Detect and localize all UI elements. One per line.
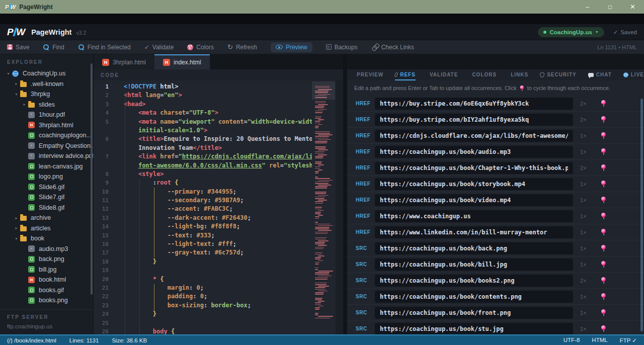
pin-icon[interactable] [601, 116, 606, 123]
tree-item[interactable]: ▾ book [0, 233, 93, 244]
code-editor[interactable]: 1 <!DOCTYPE html> 2 <html lang="en"> 3 <… [94, 80, 343, 334]
ref-url-input[interactable] [375, 146, 573, 158]
tree-item[interactable]: Slide6.gif [0, 182, 93, 193]
code-line[interactable]: 11 --secondary: #59B7A9; [94, 196, 343, 205]
tree-item[interactable]: books.png [0, 295, 93, 306]
ref-url-input[interactable] [375, 291, 573, 303]
code-line[interactable]: 10 --primary: #344955; [94, 188, 343, 196]
panel-tab[interactable]: SECURITY [540, 69, 577, 80]
pin-icon[interactable] [601, 309, 606, 316]
chevron-icon[interactable]: ▾ [13, 236, 20, 241]
pin-icon[interactable] [601, 164, 606, 171]
close-button[interactable]: ✕ [621, 0, 644, 14]
tree-item[interactable]: Empathy Question... [0, 141, 93, 151]
code-line[interactable]: 24 } [94, 310, 343, 318]
ref-url-input[interactable] [375, 210, 573, 222]
code-line[interactable]: 25 [94, 319, 343, 327]
chevron-icon[interactable]: ▾ [13, 92, 20, 97]
pin-icon[interactable] [601, 229, 606, 235]
toolbar-button[interactable]: Refresh [227, 44, 257, 51]
toolbar-button[interactable]: Preview [271, 42, 312, 52]
code-line[interactable]: 3 <head> [94, 100, 343, 109]
code-line[interactable]: 22 padding: 0; [94, 292, 343, 301]
minimap-viewport[interactable] [312, 81, 335, 100]
panel-tab[interactable]: PREVIEW [354, 69, 383, 80]
ref-url-input[interactable] [375, 258, 573, 271]
code-line[interactable]: 13 --dark-accent: #F26430; [94, 214, 343, 222]
status-language-mode[interactable]: HTML [592, 337, 607, 344]
status-encoding[interactable]: UTF-8 [564, 337, 580, 344]
chevron-icon[interactable]: ▸ [21, 102, 28, 107]
chevron-icon[interactable]: ▸ [13, 81, 20, 86]
panel-tab[interactable]: COLORS [469, 69, 497, 80]
ref-url-input[interactable] [375, 275, 573, 287]
tree-item[interactable]: ▸ slides [0, 100, 93, 110]
ref-url-input[interactable] [375, 226, 573, 238]
code-line[interactable]: font-awesome/6.0.0/css/all.min.css" rel=… [94, 161, 343, 170]
code-line[interactable]: Innovation Team</title> [94, 144, 343, 152]
code-line[interactable]: 14 --light-bg: #f8f8f8; [94, 222, 343, 231]
ref-url-input[interactable] [375, 323, 573, 335]
site-selector[interactable]: CoachingUp.us ▼ [538, 27, 604, 37]
editor-tab[interactable]: 3hrplan.html [94, 54, 154, 69]
tree-item[interactable]: 3hrplan.html [0, 120, 93, 131]
code-line[interactable]: 21 margin: 0; [94, 284, 343, 292]
tree-item[interactable]: Slide7.gif [0, 192, 93, 203]
panel-tab[interactable]: LINKS [508, 69, 528, 80]
pin-icon[interactable] [601, 197, 606, 203]
tree-item[interactable]: Slide8.gif [0, 203, 93, 213]
tree-item[interactable]: coachinguplogon... [0, 130, 93, 141]
tree-item[interactable]: logo.png [0, 171, 93, 182]
panel-tab[interactable]: LIVE [623, 69, 644, 80]
ref-url-input[interactable] [375, 114, 573, 126]
pin-icon[interactable] [601, 325, 606, 332]
toolbar-button[interactable]: Validate [144, 44, 174, 51]
pin-icon[interactable] [601, 293, 606, 300]
code-line[interactable]: 15 --text: #333; [94, 231, 343, 240]
toolbar-button[interactable]: Colors [187, 44, 214, 51]
code-line[interactable]: 4 <meta charset="UTF-8"> [94, 109, 343, 117]
tree-item[interactable]: ▸ articles [0, 223, 93, 234]
maximize-button[interactable]: □ [599, 0, 621, 14]
code-line[interactable]: 7 <link href="https://cdnjs.cloudflare.c… [94, 152, 343, 161]
toolbar-button[interactable]: Find [43, 44, 64, 51]
ftp-host[interactable]: ftp.coachingup.us [7, 323, 86, 329]
code-line[interactable]: 6 <title>Enquire to Inspire: 20 Question… [94, 135, 343, 143]
panel-tab[interactable]: VALIDATE [427, 69, 458, 80]
explorer-scrollbar[interactable] [91, 63, 93, 295]
pin-icon[interactable] [601, 181, 606, 187]
minimap[interactable] [312, 80, 335, 334]
toolbar-button[interactable]: Backups [326, 44, 358, 51]
ref-url-input[interactable] [375, 242, 573, 254]
pin-icon[interactable] [601, 277, 606, 284]
pin-icon[interactable] [601, 132, 606, 139]
code-line[interactable]: 23 box-sizing: border-box; [94, 301, 343, 310]
pin-icon[interactable] [601, 261, 606, 268]
editor-tab[interactable]: index.html [154, 54, 210, 69]
code-line[interactable]: 16 --light-text: #fff; [94, 240, 343, 248]
panel-tab[interactable]: REFS [395, 69, 416, 80]
pin-icon[interactable] [601, 245, 606, 251]
code-line[interactable]: 19 [94, 266, 343, 275]
code-line[interactable]: 18 } [94, 257, 343, 266]
code-line[interactable]: 17 --gray-text: #6c757d; [94, 248, 343, 257]
code-line[interactable]: 9 :root { [94, 179, 343, 187]
toolbar-button[interactable]: Check Links [371, 44, 414, 51]
tree-item[interactable]: back.png [0, 254, 93, 265]
code-line[interactable]: 5 <meta name="viewport" content="width=d… [94, 118, 343, 126]
chevron-icon[interactable]: ▸ [13, 216, 20, 220]
status-file-path[interactable]: (/) /book/index.html [7, 337, 56, 343]
editor-scrollbar-track[interactable] [336, 80, 343, 334]
ref-url-input[interactable] [375, 307, 573, 319]
tree-item[interactable]: books.gif [0, 285, 93, 296]
tree-item[interactable]: audio.mp3 [0, 244, 93, 254]
chevron-icon[interactable]: ▸ [13, 226, 20, 230]
code-line[interactable]: 2 <html lang="en"> [94, 91, 343, 100]
tree-item[interactable]: 1hour.pdf [0, 110, 93, 120]
tree-item[interactable]: interview advice.pdf [0, 151, 93, 161]
tree-item[interactable]: lean-canvas.jpg [0, 161, 93, 172]
code-line[interactable]: 26 body { [94, 327, 343, 334]
ref-url-input[interactable] [375, 98, 573, 110]
refs-scrollbar[interactable] [640, 99, 643, 331]
tree-item[interactable]: ▾ CoachingUp.us [0, 68, 93, 79]
